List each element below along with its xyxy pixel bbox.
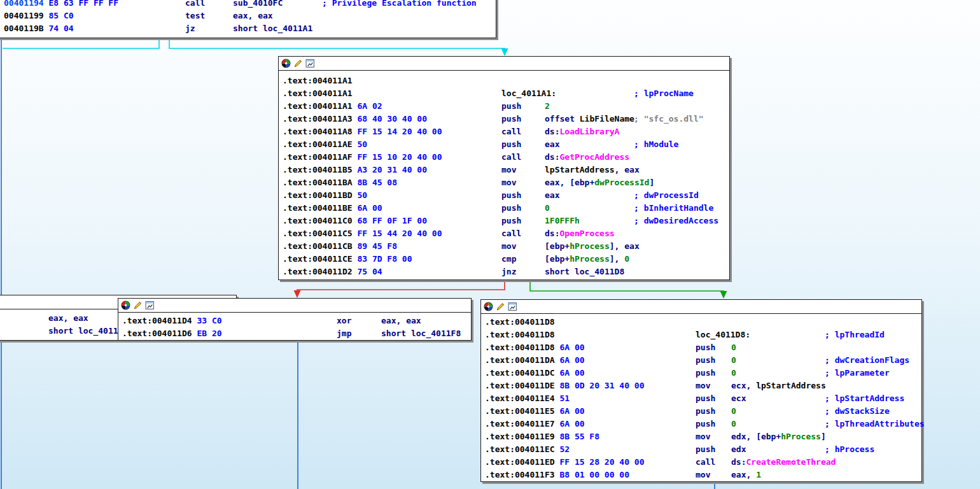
asm-line[interactable]: .text:004011E5 6A 00push0; dwStackSize (481, 405, 921, 418)
node-titlebar[interactable] (481, 300, 921, 314)
asm-token-code: call (185, 0, 205, 8)
graph-view-canvas[interactable]: 00401194 E8 63 FF FF FFcallsub_4010FC; P… (0, 0, 980, 489)
asm-token-code: push (501, 101, 521, 111)
asm-token-autocm: ; lpParameter (825, 368, 890, 378)
asm-token-addr: .text:004011DE (485, 381, 555, 390)
asm-line[interactable]: .text:004011DA 6A 00push0; dwCreationFla… (481, 354, 921, 367)
asm-col-o: ds:GetProcAddress (545, 151, 629, 164)
asm-col-o: short loc_4011F8 (48, 325, 128, 337)
edit-node-icon[interactable] (496, 302, 505, 311)
asm-line[interactable]: .text:004011AE 50pusheax; hModule (279, 138, 729, 151)
asm-line[interactable]: .text:004011ED FF 15 28 20 40 00callds:C… (481, 456, 921, 469)
asm-token-code: mov (696, 470, 710, 479)
asm-line[interactable]: .text:004011C5 FF 15 44 20 40 00callds:O… (279, 227, 729, 240)
asm-line[interactable]: .text:004011BD 50pusheax; dwProcessId (279, 189, 729, 202)
asm-line[interactable]: .text:004011E4 51pushecx; lpStartAddress (481, 392, 921, 405)
asm-token-autocm: ; bInheritHandle (634, 203, 713, 213)
asm-line[interactable]: .text:004011A1 6A 02push2 (279, 100, 729, 113)
asm-token-code: push (696, 406, 715, 416)
asm-line[interactable]: .text:004011CE 83 7D F8 00cmp[ebp+hProce… (279, 253, 729, 266)
asm-col-a: .text:004011E5 6A 00 (485, 405, 585, 418)
asm-line[interactable]: .text:004011DE 8B 0D 20 31 40 00movecx, … (481, 379, 921, 392)
group-node-icon[interactable] (305, 59, 315, 68)
asm-line[interactable]: .text:004011D4 33 C0xoreax, eax (118, 315, 471, 327)
asm-col-m: mov (501, 176, 516, 189)
asm-col-m: test (185, 10, 205, 22)
asm-token-addr: .text:004011D2 (283, 267, 353, 276)
asm-col-a: .text:004011D8 (485, 329, 555, 341)
asm-token-code: ecx, (731, 381, 756, 390)
asm-token-import: GetProcAddress (559, 152, 629, 162)
asm-line[interactable]: 00401199 85 C0testeax, eax (0, 10, 496, 22)
asm-line[interactable]: .text:004011A3 68 40 30 40 00pushoffset … (279, 113, 729, 125)
asm-line[interactable]: .text:004011F3 B8 01 00 00 00moveax, 1 (481, 469, 921, 481)
edit-node-icon[interactable] (133, 301, 143, 310)
asm-col-o: eax, [ebp+dwProcessId] (545, 176, 654, 189)
asm-line[interactable]: 00401194 E8 63 FF FF FFcallsub_4010FC; P… (0, 0, 496, 10)
asm-token-bytes: 33 C0 (197, 316, 221, 325)
asm-col-a: .text:004011BA 8B 45 08 (283, 176, 397, 189)
asm-col-a: .text:004011E4 51 (485, 392, 570, 405)
asm-col-c: ; bInheritHandle (634, 202, 713, 215)
asm-line[interactable]: .text:004011D8loc_4011D8:; lpThreadId (481, 329, 921, 341)
asm-line[interactable]: .text:004011A8 FF 15 14 20 40 00callds:L… (279, 125, 729, 138)
asm-token-addr: .text:004011C0 (283, 216, 353, 225)
asm-line[interactable]: .text:004011CB 89 45 F8mov[ebp+hProcess]… (279, 240, 729, 253)
asm-line[interactable]: .text:004011B5 A3 20 31 40 00movlpStartA… (279, 164, 729, 176)
node-titlebar[interactable] (279, 57, 729, 71)
asm-col-o: eax, eax (48, 312, 88, 325)
asm-line[interactable]: .text:004011AF FF 15 10 20 40 00callds:G… (279, 151, 729, 164)
asm-token-num: hProcess (781, 432, 821, 441)
asm-token-autocm: ; dwStackSize (825, 406, 890, 416)
asm-col-m: push (696, 443, 715, 456)
asm-token-code: push (501, 190, 521, 200)
asm-col-m: push (696, 354, 715, 367)
asm-line[interactable]: .text:004011C0 68 FF 0F 1F 00push1F0FFFh… (279, 215, 729, 227)
node-titlebar[interactable] (118, 299, 471, 313)
asm-col-a: .text:004011C0 68 FF 0F 1F 00 (283, 215, 427, 227)
group-node-icon[interactable] (508, 302, 517, 311)
asm-line[interactable]: .text:004011BE 6A 00push0; bInheritHandl… (279, 202, 729, 215)
asm-line[interactable]: .text:004011E9 8B 55 F8movedx, [ebp+hPro… (481, 430, 921, 443)
node-color-icon[interactable] (121, 301, 130, 310)
node-color-icon[interactable] (281, 59, 291, 68)
asm-col-m: xor (337, 315, 351, 327)
asm-line[interactable]: .text:004011D8 6A 00push0 (481, 341, 921, 354)
asm-col-m: call (501, 125, 521, 138)
asm-col-a: .text:004011AF FF 15 10 20 40 00 (283, 151, 442, 164)
asm-token-autocm: ; dwCreationFlags (825, 355, 909, 365)
asm-line[interactable]: .text:004011D6 EB 20jmpshort loc_4011F8 (118, 327, 471, 340)
edit-node-icon[interactable] (293, 59, 303, 68)
asm-line[interactable]: .text:004011A1 (279, 74, 729, 87)
asm-token-bytes: E8 63 FF FF FF (48, 0, 118, 8)
asm-col-m: mov (696, 469, 710, 481)
graph-node-b2-loc_4011A1[interactable]: .text:004011A1.text:004011A1loc_4011A1:;… (278, 56, 730, 280)
asm-col-o: eax (545, 189, 559, 202)
graph-node-b1-00401194[interactable]: 00401194 E8 63 FF FF FFcallsub_4010FC; P… (0, 0, 496, 38)
asm-line[interactable]: .text:004011EC 52pushedx; hProcess (481, 443, 921, 456)
asm-col-o: lpStartAddress, eax (545, 164, 640, 176)
asm-token-addr: 0040119B (4, 24, 44, 33)
asm-line[interactable]: .text:004011A1loc_4011A1:; lpProcName (279, 87, 729, 100)
asm-line[interactable]: .text:004011D8 (481, 316, 921, 329)
asm-col-m: mov (501, 240, 516, 253)
asm-token-bytes: FF 15 44 20 40 00 (357, 229, 442, 238)
asm-line[interactable]: .text:004011D2 75 04jnzshort loc_4011D8 (279, 266, 729, 278)
asm-col-o: ecx, lpStartAddress (731, 379, 826, 392)
asm-line[interactable]: .text:004011E7 6A 00push0; lpThreadAttri… (481, 418, 921, 430)
asm-col-a: 0040119B 74 04 (4, 22, 74, 35)
asm-col-c: ; hProcess (825, 443, 874, 456)
node-color-icon[interactable] (484, 302, 493, 311)
asm-line[interactable]: .text:004011DC 6A 00push0; lpParameter (481, 367, 921, 379)
asm-token-import: OpenProcess (559, 229, 614, 238)
asm-token-label: loc_4011A1: (501, 89, 556, 98)
asm-line[interactable]: 0040119B 74 04jzshort loc_4011A1 (0, 22, 496, 35)
group-node-icon[interactable] (145, 301, 155, 310)
asm-col-m: loc_4011D8: (696, 329, 750, 341)
graph-node-b5-loc_4011D8[interactable]: .text:004011D8.text:004011D8loc_4011D8:;… (480, 299, 922, 482)
asm-token-num: 0 (545, 203, 550, 213)
graph-node-b4-004011D4[interactable]: .text:004011D4 33 C0xoreax, eax.text:004… (118, 298, 472, 341)
asm-col-o: 0 (731, 354, 736, 367)
asm-col-o: short loc_4011D8 (545, 266, 624, 278)
asm-line[interactable]: .text:004011BA 8B 45 08moveax, [ebp+dwPr… (279, 176, 729, 189)
